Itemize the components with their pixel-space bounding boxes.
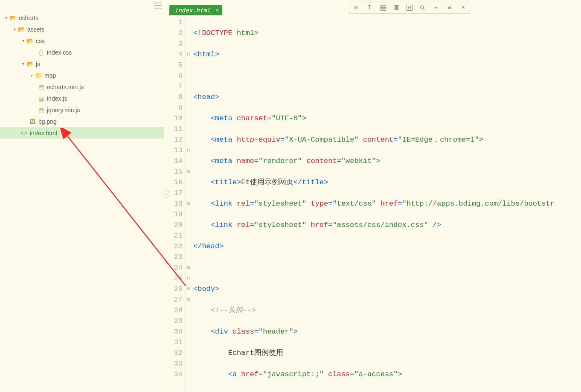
svg-line-1 bbox=[423, 9, 425, 10]
js-file-icon: ▤ bbox=[38, 95, 44, 102]
folder-open-icon: 📂 bbox=[9, 15, 16, 21]
target-icon[interactable]: ⊕ bbox=[352, 4, 360, 12]
tree-folder-map[interactable]: ▸ 📁 map bbox=[0, 70, 164, 81]
tree-folder-echarts[interactable]: ▾ 📂 echarts bbox=[0, 12, 164, 23]
tree-label: map bbox=[44, 72, 56, 79]
tree-label: assets bbox=[27, 26, 44, 33]
close-icon[interactable]: × bbox=[459, 4, 467, 12]
chevron-down-icon: ▾ bbox=[20, 38, 26, 43]
image-file-icon: 🖼 bbox=[29, 118, 36, 125]
folder-icon: 📁 bbox=[35, 72, 42, 79]
tree-folder-js[interactable]: ▾ 📂 js bbox=[0, 58, 164, 70]
folder-open-icon: 📂 bbox=[26, 38, 33, 44]
close-icon[interactable]: × bbox=[215, 7, 219, 13]
line-number-gutter: 1234567891011121314151617181920212223242… bbox=[169, 17, 186, 392]
menu-icon[interactable]: ≡ bbox=[446, 4, 453, 12]
tree-file-indexhtml[interactable]: <> index.html bbox=[0, 127, 164, 139]
tree-file-jquerymin[interactable]: ▤ jquery.min.js bbox=[0, 104, 164, 116]
css-file-icon: {} bbox=[38, 49, 44, 56]
tree-label: css bbox=[36, 38, 45, 44]
tree-label: index.js bbox=[47, 95, 67, 102]
sidebar-toggle-icon[interactable] bbox=[154, 3, 162, 9]
scissors-icon[interactable]: ✂ bbox=[432, 4, 440, 12]
search-icon[interactable] bbox=[418, 4, 426, 12]
chevron-down-icon: ▾ bbox=[12, 27, 17, 32]
file-explorer: ▾ 📂 echarts ▾ 📂 assets ▾ 📂 css {} index.… bbox=[0, 0, 164, 392]
tree-folder-assets[interactable]: ▾ 📂 assets bbox=[0, 23, 164, 35]
code-content[interactable]: <!DOCTYPE html> <html> <head> <meta char… bbox=[192, 17, 581, 392]
js-file-icon: ▤ bbox=[38, 84, 44, 90]
tree-file-bgpng[interactable]: 🖼 bg.png bbox=[0, 116, 164, 127]
tree-label: index.css bbox=[47, 49, 72, 56]
tree-label: bg.png bbox=[38, 118, 57, 125]
tree-label: echarts.min.js bbox=[47, 84, 84, 90]
tab-indexhtml[interactable]: index.html × bbox=[169, 5, 222, 15]
text-icon[interactable]: T bbox=[366, 4, 373, 12]
fold-gutter[interactable]: ⊟⊟⊟⊟⊟⊟⊟⊟ bbox=[186, 17, 192, 392]
tree-label: index.html bbox=[30, 130, 57, 136]
tree-label: echarts bbox=[19, 15, 38, 21]
svg-point-0 bbox=[420, 6, 424, 9]
tree-folder-css[interactable]: ▾ 📂 css bbox=[0, 35, 164, 46]
html-file-icon: <> bbox=[20, 130, 27, 136]
tab-label: index.html bbox=[174, 7, 210, 14]
tree-file-indexcss[interactable]: {} index.css bbox=[0, 46, 164, 58]
tree-file-echartsmin[interactable]: ▤ echarts.min.js bbox=[0, 81, 164, 93]
chevron-down-icon: ▾ bbox=[3, 15, 9, 20]
editor-tabs: index.html × bbox=[169, 5, 222, 15]
sidebar-collapse-button[interactable]: ◂ bbox=[163, 190, 170, 198]
folder-open-icon: 📂 bbox=[18, 26, 25, 33]
chevron-down-icon: ▾ bbox=[20, 61, 26, 66]
grid-icon[interactable] bbox=[379, 4, 387, 12]
markdown-icon[interactable]: M bbox=[407, 5, 413, 11]
tree-label: js bbox=[36, 61, 40, 67]
js-file-icon: ▤ bbox=[38, 107, 44, 113]
columns-icon[interactable] bbox=[393, 4, 401, 12]
folder-open-icon: 📂 bbox=[26, 61, 33, 67]
tree-file-indexjs[interactable]: ▤ index.js bbox=[0, 93, 164, 104]
chevron-right-icon: ▸ bbox=[29, 73, 34, 78]
tree-label: jquery.min.js bbox=[47, 107, 80, 113]
code-editor: index.html × ⊕ T M ✂ ≡ × 123456789101112… bbox=[164, 0, 581, 392]
editor-floating-toolbar: ⊕ T M ✂ ≡ × bbox=[349, 2, 470, 14]
